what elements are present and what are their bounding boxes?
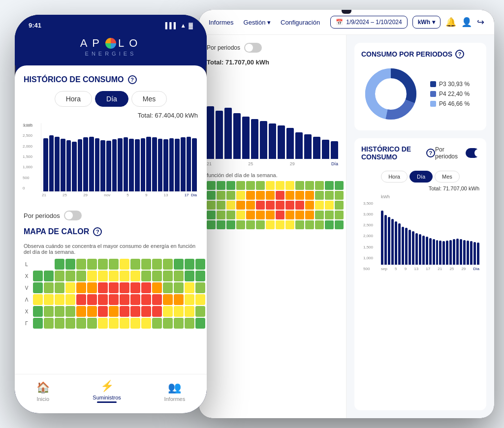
- heatmap-cell-tablet: [325, 191, 334, 200]
- toggle-switch-hist[interactable]: [466, 148, 479, 158]
- bar: [181, 137, 186, 191]
- nav-informes[interactable]: 👥 Informes: [164, 381, 185, 402]
- toggle-switch[interactable]: [64, 211, 82, 220]
- heatmap-cell: [141, 282, 151, 293]
- bar: [95, 138, 100, 191]
- nav-inicio[interactable]: 🏠 Inicio: [36, 381, 50, 402]
- bar: [295, 132, 303, 159]
- heatmap-cell-tablet: [305, 220, 314, 229]
- donut-section: CONSUMO POR PERIODOS ?: [354, 43, 486, 130]
- heatmap-cell-tablet: [325, 211, 334, 219]
- heatmap-section: MAPA DE CALOR ? Observa cuándo se concen…: [24, 227, 198, 329]
- nav-informes-tablet[interactable]: Informes: [209, 19, 234, 26]
- heatmap-cell: [141, 259, 151, 270]
- heatmap-cell: [174, 306, 184, 317]
- tablet-device: Informes Gestión ▾ Configuración 📅 1/9/2…: [199, 10, 494, 418]
- bar: [331, 141, 338, 159]
- heatmap-cell: [130, 259, 140, 270]
- nav-suministros[interactable]: ⚡ Suministros: [93, 380, 121, 403]
- x-axis-phone: 21 25 29 nov 5 9 13 17 Dia: [41, 192, 198, 197]
- logo-circle: [105, 38, 116, 49]
- mes-btn-tablet[interactable]: Mes: [435, 171, 460, 183]
- bar: [286, 128, 294, 159]
- mes-button[interactable]: Mes: [131, 91, 167, 107]
- heatmap-cell: [65, 318, 75, 329]
- bell-icon[interactable]: 🔔: [445, 17, 456, 28]
- heatmap-cell: [44, 282, 54, 293]
- dia-button[interactable]: Día: [95, 91, 128, 107]
- bar: [207, 106, 214, 159]
- hist-bars: [381, 201, 479, 265]
- status-time: 9:41: [29, 22, 41, 29]
- donut-svg: [361, 64, 420, 123]
- heatmap-cell-tablet: [217, 191, 225, 200]
- heatmap-cell: [76, 294, 86, 305]
- donut-help-icon[interactable]: ?: [455, 50, 464, 59]
- bar: [89, 137, 94, 191]
- nav-configuracion-tablet[interactable]: Configuración: [281, 19, 320, 26]
- heatmap-cell-tablet: [295, 211, 304, 219]
- heatmap-cell: [109, 294, 119, 305]
- heatmap-cell: [174, 318, 184, 329]
- heatmap-cell-tablet: [315, 211, 324, 219]
- heatmap-cell: [44, 318, 54, 329]
- bar: [405, 228, 408, 265]
- heatmap-cell: [141, 306, 151, 317]
- heatmap-cell-tablet: [207, 220, 216, 229]
- heatmap-cell: [130, 294, 140, 305]
- suministros-icon: ⚡: [100, 380, 114, 393]
- por-periodos-row: Por periodos: [24, 211, 198, 220]
- bar: [439, 241, 441, 265]
- wifi-icon: ▲: [180, 22, 186, 29]
- nav-gestion-tablet[interactable]: Gestión ▾: [244, 19, 271, 26]
- heatmap-cell: [174, 271, 184, 281]
- date-badge[interactable]: 📅 1/9/2024 – 1/10/2024: [330, 16, 407, 29]
- heatmap-desc: Observa cuándo se concentra el mayor con…: [24, 243, 198, 255]
- bar: [83, 137, 88, 191]
- user-icon[interactable]: 👤: [461, 17, 472, 28]
- heatmap-cell: [33, 294, 43, 305]
- heatmap-cell: [65, 259, 75, 270]
- left-bar-chart: 21 25 29 Día: [207, 71, 338, 164]
- heatmap-cell-tablet: [285, 181, 294, 190]
- logout-icon[interactable]: ↪: [477, 17, 484, 28]
- legend-dot-p4: [430, 91, 436, 97]
- bar: [463, 240, 466, 265]
- donut-chart: [361, 64, 420, 123]
- heatmap-cell-tablet: [246, 191, 255, 200]
- bar: [224, 108, 232, 159]
- legend-dot-p6: [430, 101, 436, 107]
- heatmap-cell-tablet: [226, 201, 235, 210]
- hora-button[interactable]: Hora: [55, 91, 92, 107]
- por-periodos-header: Por periodos: [207, 43, 338, 53]
- historico-help-icon[interactable]: ?: [426, 149, 435, 157]
- historico-title-tablet: HISTÓRICO DE CONSUMO ?: [361, 145, 435, 161]
- heatmap-cell-tablet: [226, 220, 235, 229]
- dia-btn-tablet[interactable]: Día: [410, 171, 433, 183]
- heatmap-cell: [130, 282, 140, 293]
- bar: [61, 139, 65, 191]
- hora-btn-tablet[interactable]: Hora: [381, 171, 408, 183]
- heatmap-cell: [87, 294, 97, 305]
- bar-chart-phone: kWh 3,000 2,500 2,000 1,500 1,000 500 0 …: [24, 123, 198, 207]
- heatmap-tablet-label: función del día de la semana.: [207, 172, 338, 178]
- tablet-nav: Informes Gestión ▾ Configuración: [209, 19, 320, 26]
- help-icon[interactable]: ?: [128, 75, 137, 84]
- heatmap-cell-tablet: [236, 201, 245, 210]
- heatmap-cell: [87, 259, 97, 270]
- heatmap-cell: [76, 318, 86, 329]
- toggle-switch-tablet[interactable]: [244, 43, 262, 53]
- bar: [429, 238, 432, 265]
- heatmap-cell: [65, 294, 75, 305]
- heatmap-cell-tablet: [325, 220, 334, 229]
- heatmap-cell: [33, 306, 43, 317]
- heatmap-help-icon[interactable]: ?: [93, 227, 102, 236]
- heatmap-cell: [109, 271, 119, 281]
- heatmap-cell: [98, 271, 108, 281]
- date-range: 1/9/2024 – 1/10/2024: [346, 19, 402, 26]
- bar: [409, 230, 411, 265]
- heatmap-grid: L X V Λ X Γ: [24, 259, 198, 329]
- heatmap-cell-tablet: [335, 191, 344, 200]
- heatmap-cell-tablet: [295, 220, 304, 229]
- unit-badge[interactable]: kWh ▾: [412, 16, 441, 29]
